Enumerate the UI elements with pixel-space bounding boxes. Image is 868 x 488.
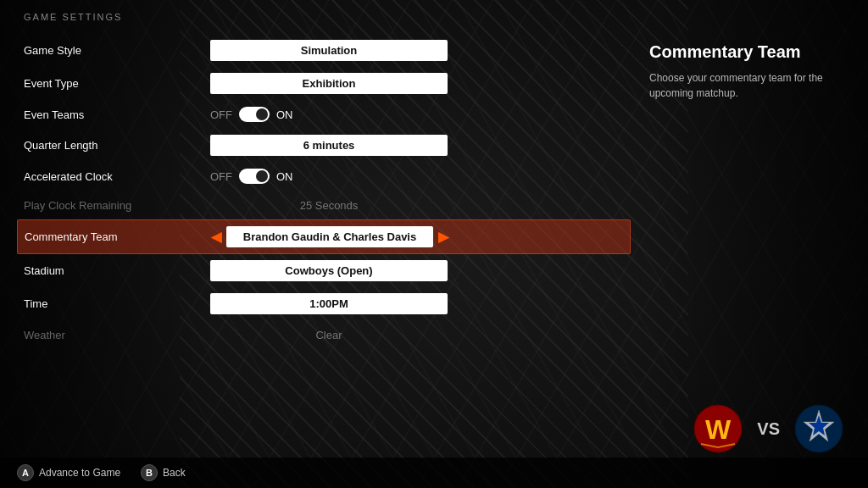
btn-a-hint: A Advance to Game bbox=[17, 464, 120, 481]
play-clock-value: 25 Seconds bbox=[210, 199, 465, 212]
bottom-bar: A Advance to Game B Back bbox=[0, 458, 868, 488]
game-style-label: Game Style bbox=[24, 44, 210, 57]
quarter-length-value[interactable]: 6 minutes bbox=[210, 135, 465, 156]
page-title: GAME SETTINGS bbox=[0, 0, 868, 34]
even-teams-value[interactable]: OFF ON bbox=[210, 107, 465, 122]
weather-label: Weather bbox=[24, 329, 210, 341]
accelerated-clock-label: Accelerated Clock bbox=[24, 170, 210, 183]
quarter-length-row: Quarter Length 6 minutes bbox=[24, 129, 624, 162]
acc-clock-on-label: ON bbox=[276, 170, 293, 183]
btn-a-label: Advance to Game bbox=[39, 467, 120, 479]
play-clock-row: Play Clock Remaining 25 Seconds bbox=[24, 191, 624, 219]
time-row: Time 1:00PM bbox=[24, 287, 624, 320]
game-style-row: Game Style Simulation bbox=[24, 34, 624, 67]
time-label: Time bbox=[24, 297, 210, 310]
cowboys-logo bbox=[793, 403, 844, 454]
vs-text: VS bbox=[757, 419, 780, 439]
stadium-value[interactable]: Cowboys (Open) bbox=[210, 260, 465, 281]
even-teams-off-label: OFF bbox=[210, 108, 232, 121]
teams-area: W VS bbox=[693, 403, 844, 454]
commentary-prev-button[interactable]: ◀ bbox=[211, 229, 221, 245]
washington-logo: W bbox=[693, 403, 743, 454]
stadium-label: Stadium bbox=[24, 264, 210, 277]
weather-row: Weather Clear bbox=[24, 320, 624, 349]
acc-clock-toggle[interactable] bbox=[239, 169, 270, 184]
commentary-next-button[interactable]: ▶ bbox=[438, 229, 448, 245]
even-teams-row: Even Teams OFF ON bbox=[24, 100, 624, 129]
even-teams-toggle[interactable] bbox=[239, 107, 270, 122]
commentary-panel-title: Commentary Team bbox=[649, 42, 844, 62]
even-teams-label: Even Teams bbox=[24, 108, 210, 121]
event-type-label: Event Type bbox=[24, 77, 210, 90]
commentary-bar: Brandon Gaudin & Charles Davis bbox=[226, 226, 433, 247]
commentary-team-label: Commentary Team bbox=[25, 230, 211, 243]
game-style-value[interactable]: Simulation bbox=[210, 40, 465, 61]
btn-a-icon: A bbox=[17, 464, 34, 481]
svg-text:W: W bbox=[705, 414, 732, 445]
event-type-row: Event Type Exhibition bbox=[24, 67, 624, 100]
stadium-row: Stadium Cowboys (Open) bbox=[24, 254, 624, 287]
accelerated-clock-value[interactable]: OFF ON bbox=[210, 169, 465, 184]
time-value[interactable]: 1:00PM bbox=[210, 293, 465, 314]
even-teams-on-label: ON bbox=[276, 108, 293, 121]
event-type-value[interactable]: Exhibition bbox=[210, 73, 465, 94]
btn-b-hint: B Back bbox=[141, 464, 186, 481]
settings-panel: Game Style Simulation Event Type Exhibit… bbox=[24, 34, 624, 488]
commentary-team-row[interactable]: Commentary Team ◀ Brandon Gaudin & Charl… bbox=[17, 219, 631, 254]
commentary-team-value[interactable]: ◀ Brandon Gaudin & Charles Davis ▶ bbox=[211, 226, 465, 247]
weather-value: Clear bbox=[210, 329, 465, 341]
accelerated-clock-row: Accelerated Clock OFF ON bbox=[24, 162, 624, 191]
btn-b-label: Back bbox=[163, 467, 186, 479]
btn-b-icon: B bbox=[141, 464, 158, 481]
quarter-length-label: Quarter Length bbox=[24, 139, 210, 152]
commentary-panel-desc: Choose your commentary team for the upco… bbox=[649, 70, 844, 101]
play-clock-label: Play Clock Remaining bbox=[24, 199, 210, 212]
acc-clock-off-label: OFF bbox=[210, 170, 232, 183]
